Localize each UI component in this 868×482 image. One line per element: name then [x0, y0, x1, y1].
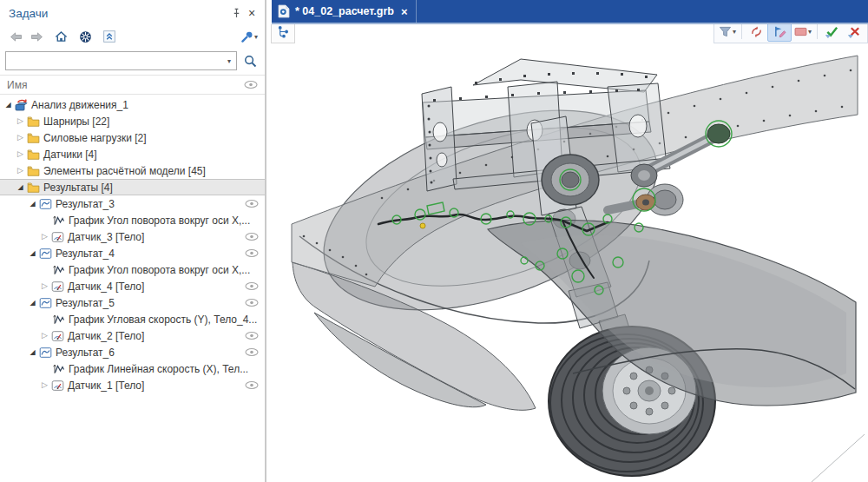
motion-analysis-icon	[14, 98, 29, 111]
tree-item-result-6[interactable]: ◢ Результат_6	[0, 344, 265, 360]
expander-closed-icon[interactable]: ▷	[15, 167, 26, 175]
tree-item-sensor-3[interactable]: ▷ Датчик_3 [Тело]	[0, 228, 265, 245]
highlight-rectangle-icon	[794, 27, 807, 36]
graph-icon	[51, 362, 66, 375]
tree-item-label: Датчики [4]	[43, 149, 97, 161]
tree-item-sensor-2[interactable]: ▷ Датчик_2 [Тело]	[0, 327, 265, 344]
visibility-eye-icon[interactable]	[245, 298, 259, 307]
tree-column-header[interactable]: Имя	[0, 75, 265, 95]
result-icon	[38, 247, 53, 260]
3d-viewport[interactable]: ▾ ▾	[269, 24, 868, 482]
graph-icon	[51, 263, 66, 276]
viewport-toolbar: ▾ ▾	[713, 24, 868, 43]
document-icon	[278, 4, 290, 18]
folder-icon	[26, 164, 41, 177]
forward-button[interactable]	[26, 27, 47, 46]
visibility-eye-icon[interactable]	[245, 248, 259, 258]
wrench-caret: ▾	[254, 33, 258, 41]
model-structure-button[interactable]	[271, 24, 295, 43]
visibility-column-eye-icon[interactable]	[244, 80, 258, 89]
expander-closed-icon[interactable]: ▷	[15, 134, 26, 142]
application-window: Задачи × ▾	[0, 0, 868, 482]
measure-flag-button[interactable]	[767, 24, 792, 42]
tree-item-result-3[interactable]: ◢ Результат_3	[0, 195, 265, 212]
expander-closed-icon[interactable]: ▷	[15, 150, 26, 158]
fairing-trailing-edge	[812, 434, 865, 482]
search-input[interactable]	[6, 53, 222, 69]
tree-item-model-elements[interactable]: ▷ Элементы расчётной модели [45]	[0, 162, 265, 179]
document-tab[interactable]: * 04_02_расчет.grb ×	[272, 0, 417, 23]
visibility-eye-icon[interactable]	[245, 331, 259, 340]
tree-item-label: Датчик_1 [Тело]	[68, 380, 144, 392]
expander-closed-icon[interactable]: ▷	[39, 332, 50, 340]
tree-item-label: Результат_5	[56, 297, 115, 309]
expander-open-icon[interactable]: ◢	[15, 184, 26, 191]
search-button[interactable]	[240, 51, 260, 70]
tab-close-icon[interactable]: ×	[401, 6, 408, 17]
tab-title: * 04_02_расчет.grb	[295, 5, 394, 17]
column-header-name: Имя	[7, 79, 244, 91]
visibility-eye-icon[interactable]	[245, 232, 259, 241]
home-button[interactable]	[50, 27, 71, 46]
pin-icon-glyph	[232, 8, 241, 19]
search-row: ▾	[0, 49, 265, 75]
tree-item-label: Результат_3	[56, 198, 115, 210]
analysis-tree: ◢ Анализ движения_1 ▷ Шарниры [22] ▷ Сил…	[0, 95, 265, 393]
back-button[interactable]	[5, 27, 26, 46]
visibility-eye-icon[interactable]	[245, 347, 259, 357]
tree-item-graph[interactable]: График Угол поворота вокруг оси X,...	[0, 212, 265, 228]
expander-closed-icon[interactable]: ▷	[15, 117, 26, 125]
expander-closed-icon[interactable]: ▷	[39, 381, 50, 389]
tree-item-graph[interactable]: График Угол поворота вокруг оси X,...	[0, 261, 265, 278]
visibility-eye-icon[interactable]	[245, 281, 259, 291]
close-icon[interactable]: ×	[244, 5, 260, 21]
tasks-panel-header: Задачи ×	[0, 0, 265, 24]
tree-item-analysis[interactable]: ◢ Анализ движения_1	[0, 96, 265, 113]
tree-item-label: Результат_6	[56, 347, 115, 359]
3d-scene-landing-gear[interactable]	[269, 24, 868, 482]
cancel-button[interactable]	[843, 24, 865, 41]
search-combobox[interactable]: ▾	[5, 51, 237, 70]
filter-funnel-button[interactable]: ▾	[716, 24, 739, 41]
tree-item-label: График Угол поворота вокруг оси X,...	[69, 215, 250, 227]
forward-arrow-icon	[30, 32, 43, 42]
expander-closed-icon[interactable]: ▷	[39, 233, 50, 241]
panel-title: Задачи	[9, 7, 228, 20]
tree-item-graph[interactable]: График Угловая скорость (Y), Тело_4...	[0, 311, 265, 327]
expander-open-icon[interactable]: ◢	[27, 349, 38, 356]
settings-wrench-button[interactable]: ▾	[239, 27, 260, 46]
tree-item-results[interactable]: ◢ Результаты [4]	[0, 179, 265, 195]
sensor-icon	[50, 379, 65, 392]
visibility-eye-icon[interactable]	[245, 199, 259, 208]
highlight-rectangle-button[interactable]: ▾	[792, 24, 814, 41]
combo-caret-icon[interactable]: ▾	[222, 57, 236, 65]
tree-item-joints[interactable]: ▷ Шарниры [22]	[0, 113, 265, 129]
pin-icon[interactable]	[228, 5, 244, 21]
wheel-button[interactable]	[75, 27, 95, 46]
tree-item-sensors[interactable]: ▷ Датчики [4]	[0, 146, 265, 162]
tree-item-force-loads[interactable]: ▷ Силовые нагрузки [2]	[0, 129, 265, 146]
tree-item-label: Результаты [4]	[43, 182, 113, 194]
tree-item-sensor-1[interactable]: ▷ Датчик_1 [Тело]	[0, 377, 265, 393]
refresh-arcs-icon	[750, 26, 763, 37]
model-structure-tree-icon	[276, 24, 291, 39]
expander-open-icon[interactable]: ◢	[27, 250, 38, 257]
expander-open-icon[interactable]: ◢	[3, 102, 14, 109]
tasks-panel: Задачи × ▾	[0, 0, 266, 482]
measure-flag-pencil-icon	[773, 25, 786, 37]
document-area: * 04_02_расчет.grb × ▾	[269, 0, 868, 482]
visibility-eye-icon[interactable]	[245, 380, 259, 390]
expander-closed-icon[interactable]: ▷	[39, 282, 50, 290]
confirm-button[interactable]	[820, 24, 843, 41]
refresh-arcs-button[interactable]	[745, 24, 767, 41]
tree-item-result-5[interactable]: ◢ Результат_5	[0, 294, 265, 311]
tree-item-graph[interactable]: График Линейная скорость (X), Тел...	[0, 360, 265, 377]
expander-open-icon[interactable]: ◢	[27, 300, 38, 307]
expander-open-icon[interactable]: ◢	[27, 201, 38, 208]
filter-funnel-icon	[719, 26, 732, 37]
document-tabbar: * 04_02_расчет.grb ×	[272, 0, 868, 24]
tree-item-result-4[interactable]: ◢ Результат_4	[0, 245, 265, 261]
tree-item-sensor-4[interactable]: ▷ Датчик_4 [Тело]	[0, 278, 265, 294]
tree-item-label: График Линейная скорость (X), Тел...	[69, 363, 248, 375]
collapse-all-button[interactable]	[99, 27, 120, 46]
